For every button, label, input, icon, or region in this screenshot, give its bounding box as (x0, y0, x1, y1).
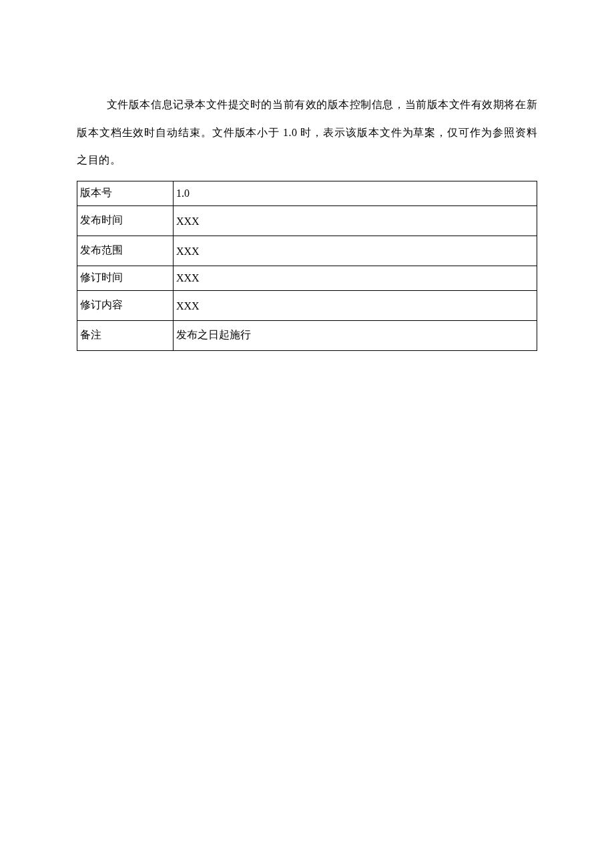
table-row: 版本号 1.0 (77, 181, 537, 205)
table-row: 发布范围 XXX (77, 236, 537, 266)
row-label-revision-content: 修订内容 (77, 290, 174, 320)
row-label-publish-scope: 发布范围 (77, 236, 174, 266)
table-row: 修订时间 XXX (77, 266, 537, 290)
row-value-publish-time: XXX (174, 205, 537, 236)
table-row: 修订内容 XXX (77, 290, 537, 320)
row-value-version-number: 1.0 (174, 181, 537, 205)
row-label-version-number: 版本号 (77, 181, 174, 205)
intro-text: 文件版本信息记录本文件提交时的当前有效的版本控制信息，当前版本文件有效期将在新版… (77, 99, 537, 165)
row-value-remark: 发布之日起施行 (174, 320, 537, 350)
row-label-publish-time: 发布时间 (77, 205, 174, 236)
intro-paragraph: 文件版本信息记录本文件提交时的当前有效的版本控制信息，当前版本文件有效期将在新版… (77, 91, 537, 174)
version-info-table: 版本号 1.0 发布时间 XXX 发布范围 XXX 修订时间 XXX 修订内容 … (77, 181, 537, 351)
row-label-revision-time: 修订时间 (77, 266, 174, 290)
row-label-remark: 备注 (77, 320, 174, 350)
document-page: 文件版本信息记录本文件提交时的当前有效的版本控制信息，当前版本文件有效期将在新版… (0, 0, 614, 391)
table-row: 备注 发布之日起施行 (77, 320, 537, 350)
row-value-publish-scope: XXX (174, 236, 537, 266)
row-value-revision-time: XXX (174, 266, 537, 290)
table-row: 发布时间 XXX (77, 205, 537, 236)
row-value-revision-content: XXX (174, 290, 537, 320)
